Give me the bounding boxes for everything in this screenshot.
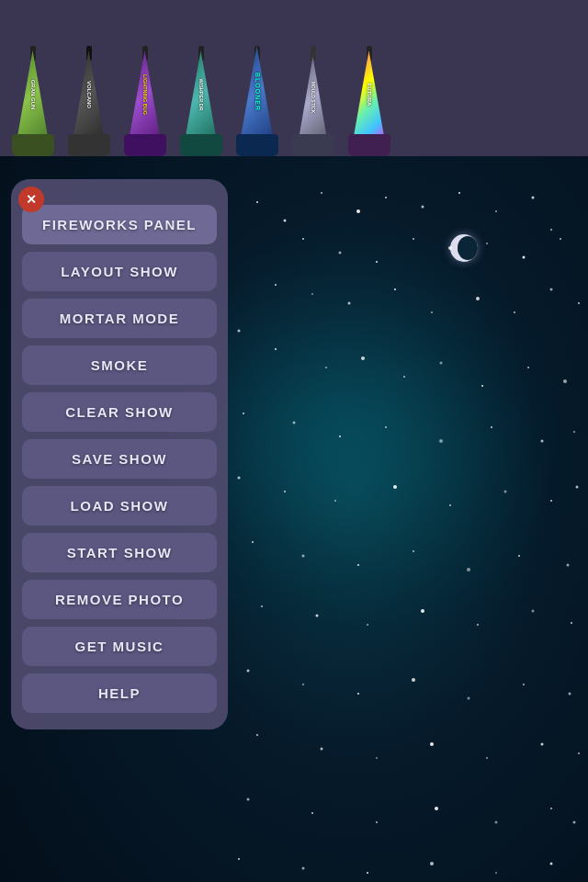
svg-point-52 bbox=[252, 541, 254, 543]
svg-point-59 bbox=[261, 605, 263, 607]
svg-point-1 bbox=[284, 220, 287, 222]
svg-point-2 bbox=[321, 192, 322, 194]
svg-point-86 bbox=[573, 821, 576, 824]
smoke-button[interactable]: SMOKE bbox=[22, 345, 217, 385]
firework-label-1: GRAN GUN bbox=[30, 79, 36, 109]
fireworks-shelf: GRAN GUN VOLCANO LIGHTNING BUG W bbox=[0, 0, 588, 156]
svg-point-30 bbox=[361, 356, 365, 360]
svg-point-46 bbox=[334, 500, 336, 502]
save-show-button[interactable]: SAVE SHOW bbox=[22, 439, 217, 479]
svg-point-20 bbox=[348, 302, 351, 305]
load-show-button[interactable]: LOAD SHOW bbox=[22, 486, 217, 526]
svg-point-6 bbox=[458, 192, 460, 194]
svg-point-72 bbox=[569, 693, 571, 695]
svg-point-69 bbox=[412, 678, 415, 682]
svg-point-90 bbox=[430, 862, 434, 865]
svg-point-71 bbox=[523, 684, 525, 685]
svg-point-79 bbox=[578, 752, 580, 754]
svg-point-14 bbox=[448, 246, 452, 250]
get-music-button[interactable]: GET MUSIC bbox=[22, 627, 217, 666]
start-show-button[interactable]: START SHOW bbox=[22, 533, 217, 572]
firework-item-3[interactable]: LIGHTNING BUG bbox=[119, 14, 170, 156]
svg-point-43 bbox=[573, 431, 575, 433]
svg-point-70 bbox=[468, 697, 470, 700]
fireworks-panel-button[interactable]: FIREWORKS PANEL bbox=[22, 205, 217, 244]
svg-point-92 bbox=[550, 863, 553, 865]
svg-point-17 bbox=[560, 238, 561, 240]
svg-point-27 bbox=[238, 330, 241, 333]
svg-point-74 bbox=[321, 748, 323, 751]
svg-point-77 bbox=[486, 757, 488, 759]
firework-label-6: MOULD STICK bbox=[311, 82, 316, 114]
svg-point-44 bbox=[238, 477, 241, 480]
svg-point-5 bbox=[422, 206, 424, 209]
svg-point-3 bbox=[356, 209, 360, 213]
svg-point-82 bbox=[376, 821, 378, 823]
svg-point-26 bbox=[578, 302, 580, 304]
svg-point-48 bbox=[449, 504, 451, 506]
firework-label-2: VOLCANO bbox=[86, 81, 92, 108]
svg-point-84 bbox=[495, 821, 498, 824]
svg-point-38 bbox=[339, 435, 341, 437]
svg-point-88 bbox=[302, 867, 305, 870]
svg-point-39 bbox=[385, 426, 387, 428]
svg-point-55 bbox=[413, 550, 414, 552]
svg-point-23 bbox=[476, 297, 480, 300]
svg-point-36 bbox=[243, 413, 244, 414]
firework-item-1[interactable]: GRAN GUN bbox=[7, 14, 58, 156]
svg-point-50 bbox=[550, 500, 552, 502]
svg-point-24 bbox=[514, 311, 515, 313]
svg-point-37 bbox=[293, 422, 296, 424]
svg-point-54 bbox=[357, 564, 359, 566]
svg-point-80 bbox=[247, 798, 250, 801]
firework-label-5: BLOONER bbox=[254, 73, 260, 111]
svg-point-7 bbox=[495, 210, 497, 212]
firework-item-5[interactable]: BLOONER bbox=[232, 14, 282, 156]
svg-point-68 bbox=[357, 693, 359, 695]
firework-label-4: WISHPER DR bbox=[198, 78, 204, 110]
svg-point-19 bbox=[311, 293, 313, 295]
svg-point-32 bbox=[440, 362, 443, 365]
svg-point-47 bbox=[393, 485, 397, 489]
svg-point-45 bbox=[284, 491, 286, 492]
svg-point-28 bbox=[275, 348, 277, 350]
clear-show-button[interactable]: CLEAR SHOW bbox=[22, 392, 217, 432]
svg-point-58 bbox=[567, 564, 570, 567]
svg-point-33 bbox=[481, 385, 483, 387]
firework-label-3: LIGHTNING BUG bbox=[142, 74, 148, 115]
svg-point-53 bbox=[302, 555, 305, 558]
svg-point-15 bbox=[486, 243, 488, 244]
svg-point-29 bbox=[325, 367, 327, 368]
svg-point-42 bbox=[541, 440, 544, 443]
mortar-mode-button[interactable]: MORTAR MODE bbox=[22, 299, 217, 338]
firework-item-2[interactable]: VOLCANO bbox=[63, 14, 114, 156]
svg-point-11 bbox=[339, 252, 342, 254]
help-button[interactable]: HELP bbox=[22, 673, 217, 713]
firework-item-6[interactable]: MOULD STICK bbox=[288, 14, 338, 156]
svg-point-9 bbox=[550, 229, 552, 231]
svg-point-91 bbox=[495, 872, 497, 874]
svg-point-41 bbox=[491, 426, 492, 428]
firework-item-4[interactable]: WISHPER DR bbox=[175, 14, 226, 156]
remove-photo-button[interactable]: REMOVE PHOTO bbox=[22, 580, 217, 619]
svg-point-56 bbox=[467, 568, 470, 571]
svg-point-66 bbox=[247, 670, 250, 673]
menu-panel: ✕ FIREWORKS PANEL LAYOUT SHOW MORTAR MOD… bbox=[11, 179, 228, 729]
svg-point-31 bbox=[403, 376, 405, 378]
svg-point-13 bbox=[413, 238, 414, 240]
svg-point-75 bbox=[376, 757, 378, 759]
svg-point-76 bbox=[430, 742, 434, 746]
layout-show-button[interactable]: LAYOUT SHOW bbox=[22, 252, 217, 291]
svg-point-8 bbox=[532, 197, 535, 199]
svg-point-4 bbox=[385, 197, 387, 198]
svg-point-62 bbox=[421, 609, 424, 613]
svg-point-12 bbox=[376, 261, 378, 263]
svg-point-64 bbox=[532, 610, 535, 613]
svg-point-85 bbox=[550, 808, 552, 809]
svg-point-10 bbox=[302, 238, 304, 240]
firework-item-7[interactable]: FUTURA bbox=[344, 14, 394, 156]
svg-point-60 bbox=[316, 615, 319, 617]
close-button[interactable]: ✕ bbox=[18, 187, 44, 212]
svg-point-0 bbox=[256, 201, 258, 203]
svg-point-81 bbox=[311, 812, 313, 814]
